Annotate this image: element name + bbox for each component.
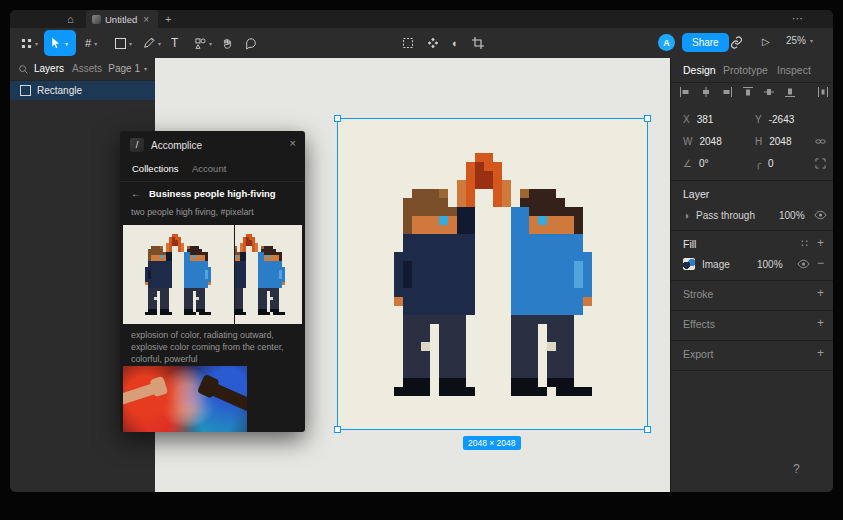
y-field[interactable]: Y -2643 xyxy=(755,114,794,125)
align-bottom-icon[interactable] xyxy=(784,86,796,98)
x-label: X xyxy=(683,114,690,125)
chevron-down-icon: ▾ xyxy=(209,40,212,47)
h-value: 2048 xyxy=(769,136,791,147)
plugin-tab-collections[interactable]: Collections xyxy=(132,163,178,174)
layer-row-rectangle[interactable]: Rectangle xyxy=(10,81,155,100)
search-icon[interactable] xyxy=(18,64,29,75)
main-menu-button[interactable]: ▾ xyxy=(16,30,43,56)
corner-radius-field[interactable]: ╭ 0 xyxy=(755,158,774,169)
component-icon[interactable] xyxy=(427,37,439,49)
copy-link-icon[interactable] xyxy=(730,36,743,49)
file-tab-title: Untitled xyxy=(105,14,137,25)
chevron-down-icon: ▾ xyxy=(158,40,161,47)
chevron-down-icon: ▾ xyxy=(65,40,68,47)
fill-visibility-eye-icon[interactable] xyxy=(797,259,810,269)
home-icon[interactable]: ⌂ xyxy=(67,12,74,26)
crop-icon[interactable] xyxy=(472,37,484,49)
plugin-tabs: Collections Account xyxy=(120,159,305,182)
rotation-field[interactable]: ∠ 0° xyxy=(683,158,709,169)
fill-section-title: Fill xyxy=(683,238,696,250)
resources-button[interactable]: ▾ xyxy=(190,30,217,56)
align-top-icon[interactable] xyxy=(742,86,754,98)
plugin-title: Accomplice xyxy=(151,140,202,151)
selection-handle-se[interactable] xyxy=(644,426,651,433)
align-h-center-icon[interactable] xyxy=(700,86,712,98)
align-right-icon[interactable] xyxy=(721,86,733,98)
width-field[interactable]: W 2048 xyxy=(683,136,722,147)
rectangle-shape-icon xyxy=(115,38,126,49)
w-label: W xyxy=(683,136,692,147)
cursor-icon xyxy=(49,36,62,50)
add-stroke-icon[interactable]: + xyxy=(817,286,824,300)
fill-image-thumbnail[interactable] xyxy=(683,258,695,270)
blend-mode-value: Pass through xyxy=(696,210,755,221)
add-export-icon[interactable]: + xyxy=(817,346,824,360)
add-effect-icon[interactable]: + xyxy=(817,316,824,330)
selection-handle-ne[interactable] xyxy=(644,115,651,122)
tab-prototype[interactable]: Prototype xyxy=(723,64,768,76)
tab-inspect[interactable]: Inspect xyxy=(777,64,811,76)
share-button[interactable]: Share xyxy=(682,33,729,52)
selection-handle-nw[interactable] xyxy=(334,115,341,122)
fill-row[interactable]: Image xyxy=(683,258,730,270)
remove-fill-icon[interactable]: − xyxy=(817,256,824,270)
distribute-icon[interactable] xyxy=(817,86,829,98)
explosion-result-image[interactable] xyxy=(123,366,247,432)
help-icon[interactable]: ? xyxy=(793,462,800,476)
tab-design[interactable]: Design xyxy=(683,64,716,76)
pen-tool-button[interactable]: ▾ xyxy=(138,30,166,56)
new-tab-icon[interactable]: + xyxy=(165,12,171,26)
x-field[interactable]: X 381 xyxy=(683,114,713,125)
blend-mode-dropdown[interactable]: ◑ Pass through xyxy=(683,210,755,221)
layer-opacity-field[interactable]: 100% xyxy=(779,210,805,221)
fill-opacity-field[interactable]: 100% xyxy=(757,259,783,270)
plugin-header[interactable]: / Accomplice × xyxy=(120,131,305,159)
independent-corners-icon[interactable] xyxy=(815,158,826,169)
result-thumbnails xyxy=(123,225,302,324)
chevron-down-icon: ▾ xyxy=(144,65,147,72)
selected-image-layer[interactable] xyxy=(337,118,648,430)
align-left-icon[interactable] xyxy=(679,86,691,98)
present-icon[interactable]: ▷ xyxy=(762,36,770,47)
fill-styles-icon[interactable]: ∷ xyxy=(801,237,808,250)
shape-tool-button[interactable]: ▾ xyxy=(110,30,137,56)
effects-section-title: Effects xyxy=(683,318,715,330)
zoom-level: 25% xyxy=(786,35,806,46)
x-value: 381 xyxy=(697,114,714,125)
close-tab-icon[interactable]: × xyxy=(143,14,149,25)
comment-icon xyxy=(245,37,257,50)
tab-layers[interactable]: Layers xyxy=(34,63,64,74)
selection-handle-sw[interactable] xyxy=(334,426,341,433)
window-more-icon[interactable]: ⋯ xyxy=(792,11,803,25)
comment-tool-button[interactable] xyxy=(240,30,262,56)
frame-tool-button[interactable]: # ▾ xyxy=(80,30,102,56)
file-tab[interactable]: Untitled × xyxy=(86,10,158,28)
back-icon[interactable]: ← xyxy=(131,188,141,199)
layer-visibility-eye-icon[interactable] xyxy=(814,210,827,220)
y-label: Y xyxy=(755,114,762,125)
zoom-menu[interactable]: 25% ▾ xyxy=(786,35,813,46)
rectangle-layer-icon xyxy=(20,85,31,96)
plugin-close-icon[interactable]: × xyxy=(290,137,296,149)
plugin-tab-account[interactable]: Account xyxy=(192,163,226,174)
blend-mode-icon: ◑ xyxy=(683,210,689,221)
edit-object-icon[interactable] xyxy=(402,37,414,49)
height-field[interactable]: H 2048 xyxy=(755,136,791,147)
result-image-2[interactable] xyxy=(235,225,302,324)
toolbar: ▾ ▾ # ▾ ▾ ▾ T ▾ xyxy=(10,28,833,58)
dark-hand-shape xyxy=(206,381,247,412)
result-image-1[interactable] xyxy=(123,225,234,324)
page-selector[interactable]: Page 1 ▾ xyxy=(108,63,147,74)
move-tool-button[interactable]: ▾ xyxy=(44,30,76,56)
avatar[interactable]: A xyxy=(658,34,675,51)
tab-assets[interactable]: Assets xyxy=(72,63,102,74)
layer-name: Rectangle xyxy=(37,85,82,96)
text-tool-button[interactable]: T xyxy=(166,30,183,56)
add-fill-icon[interactable]: + xyxy=(817,236,824,250)
text-tool-icon: T xyxy=(171,36,178,50)
align-v-center-icon[interactable] xyxy=(763,86,775,98)
pen-icon xyxy=(143,37,155,49)
mask-icon[interactable]: ◐ xyxy=(452,38,459,49)
constrain-proportions-icon[interactable] xyxy=(815,136,826,147)
hand-tool-button[interactable] xyxy=(216,30,238,56)
